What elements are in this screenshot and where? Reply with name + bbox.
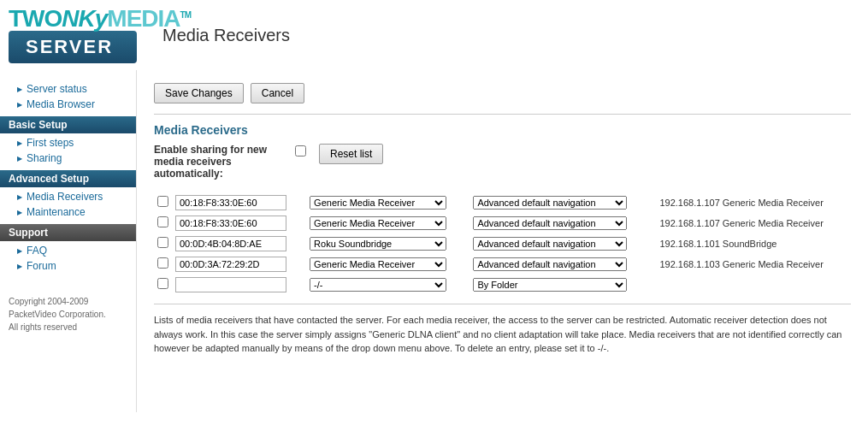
logo-tm: TM — [180, 10, 191, 20]
row-checkbox[interactable] — [157, 257, 168, 269]
cancel-button[interactable]: Cancel — [251, 83, 304, 103]
section-title: Media Receivers — [154, 123, 851, 137]
type-select[interactable]: Generic Media ReceiverRoku Soundbridge-/… — [310, 257, 446, 271]
mac-input[interactable] — [175, 257, 286, 272]
navigation-select[interactable]: Advanced default navigationBy Folder — [473, 196, 627, 210]
receiver-info — [652, 275, 851, 295]
main-layout: Server status Media Browser Basic Setup … — [0, 70, 868, 412]
receiver-info: 192.168.1.107 Generic Media Receiver — [652, 192, 851, 213]
table-row: Generic Media ReceiverRoku Soundbridge-/… — [154, 275, 851, 295]
divider-top — [154, 114, 851, 115]
info-text: Lists of media receivers that have conta… — [154, 313, 851, 356]
sidebar-item-media-receivers[interactable]: Media Receivers — [0, 189, 136, 204]
logo-nky: NKy — [62, 5, 107, 32]
page-title: Media Receivers — [162, 26, 290, 45]
mac-input[interactable] — [175, 195, 286, 210]
divider-bottom — [154, 304, 851, 304]
toolbar: Save Changes Cancel — [154, 83, 851, 103]
sidebar-section-advanced-setup: Advanced Setup — [0, 170, 136, 187]
type-select[interactable]: Generic Media ReceiverRoku Soundbridge-/… — [310, 278, 446, 292]
row-checkbox[interactable] — [157, 237, 168, 248]
enable-sharing-checkbox[interactable] — [295, 145, 306, 156]
mac-input[interactable] — [175, 277, 286, 292]
row-checkbox[interactable] — [157, 196, 168, 207]
logo-area: TWONKyMEDIATM SERVER — [0, 0, 145, 70]
receiver-info: 192.168.1.101 SoundBridge — [652, 233, 851, 254]
sidebar-section-basic-setup: Basic Setup — [0, 116, 136, 133]
logo-twonky: TWO — [9, 5, 62, 32]
row-checkbox[interactable] — [157, 278, 168, 289]
type-select[interactable]: Generic Media ReceiverRoku Soundbridge-/… — [310, 216, 446, 230]
type-select[interactable]: Generic Media ReceiverRoku Soundbridge-/… — [310, 237, 446, 251]
table-row: Generic Media ReceiverRoku Soundbridge-/… — [154, 254, 851, 275]
navigation-select[interactable]: Advanced default navigationBy Folder — [473, 257, 627, 271]
sidebar-item-sharing[interactable]: Sharing — [0, 151, 136, 166]
server-bar: SERVER — [9, 31, 137, 63]
sidebar-item-server-status[interactable]: Server status — [0, 81, 136, 97]
sidebar: Server status Media Browser Basic Setup … — [0, 70, 137, 412]
receiver-info: 192.168.1.107 Generic Media Receiver — [652, 213, 851, 233]
save-button[interactable]: Save Changes — [154, 83, 244, 103]
enable-sharing-row: Enable sharing for new media receivers a… — [154, 144, 851, 180]
mac-input[interactable] — [175, 216, 286, 231]
table-row: Generic Media ReceiverRoku Soundbridge-/… — [154, 233, 851, 254]
row-checkbox[interactable] — [157, 216, 168, 227]
copyright-text: Copyright 2004-2009 PacketVideo Corporat… — [0, 291, 136, 338]
navigation-select[interactable]: Advanced default navigationBy Folder — [473, 278, 627, 292]
sidebar-item-first-steps[interactable]: First steps — [0, 135, 136, 151]
sidebar-item-forum[interactable]: Forum — [0, 258, 136, 274]
mac-input[interactable] — [175, 236, 286, 251]
header: TWONKyMEDIATM SERVER Media Receivers — [0, 0, 868, 70]
enable-label: Enable sharing for new media receivers a… — [154, 144, 282, 180]
receivers-table: Generic Media ReceiverRoku Soundbridge-/… — [154, 192, 851, 295]
receiver-info: 192.168.1.103 Generic Media Receiver — [652, 254, 851, 275]
navigation-select[interactable]: Advanced default navigationBy Folder — [473, 216, 627, 230]
navigation-select[interactable]: Advanced default navigationBy Folder — [473, 237, 627, 251]
sidebar-section-support: Support — [0, 224, 136, 241]
sidebar-item-maintenance[interactable]: Maintenance — [0, 204, 136, 220]
sidebar-item-faq[interactable]: FAQ — [0, 243, 136, 258]
table-row: Generic Media ReceiverRoku Soundbridge-/… — [154, 213, 851, 233]
server-label: SERVER — [26, 36, 113, 57]
sidebar-item-media-browser[interactable]: Media Browser — [0, 97, 136, 112]
type-select[interactable]: Generic Media ReceiverRoku Soundbridge-/… — [310, 196, 446, 210]
table-row: Generic Media ReceiverRoku Soundbridge-/… — [154, 192, 851, 213]
content-area: Save Changes Cancel Media Receivers Enab… — [137, 70, 868, 412]
reset-list-button[interactable]: Reset list — [319, 144, 383, 164]
